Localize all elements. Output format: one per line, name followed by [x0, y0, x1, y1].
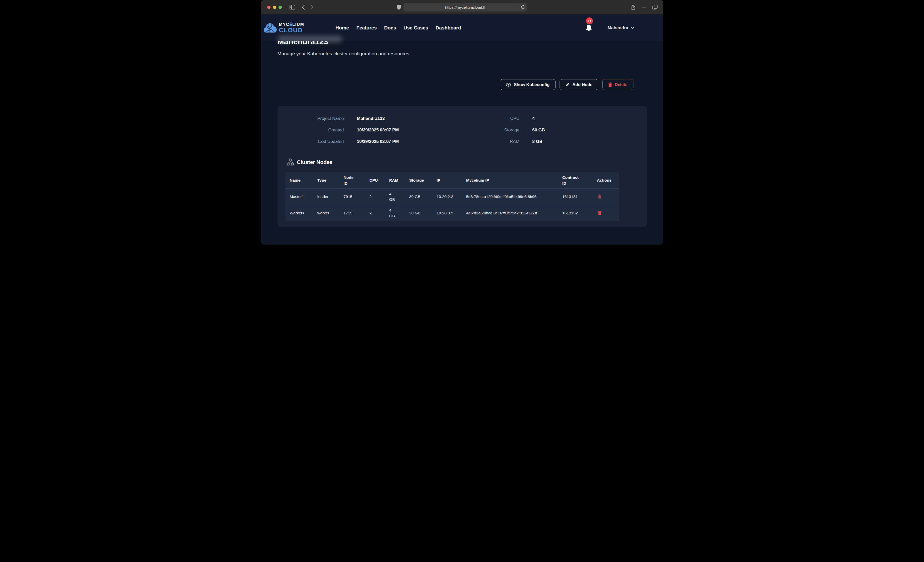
column-header: Type — [318, 176, 344, 185]
browser-toolbar: https://myceliumcloud.tf — [261, 0, 663, 15]
new-tab-icon[interactable] — [642, 5, 646, 9]
cell-node_id: 1715 — [344, 209, 369, 217]
detail-row: Project NameMahendra123 — [285, 113, 462, 124]
detail-value: 8 GB — [532, 139, 639, 144]
column-header: Actions — [597, 176, 619, 185]
detail-label: Created — [285, 127, 344, 133]
column-header: Storage — [409, 176, 437, 185]
details-right-column: CPU4Storage60 GBRAM8 GB — [462, 113, 639, 147]
cell-cpu: 2 — [369, 209, 389, 217]
cluster-nodes-icon — [287, 158, 294, 166]
user-menu[interactable]: Mahendra — [608, 25, 634, 30]
browser-window: https://myceliumcloud.tf — [261, 0, 663, 245]
url-text: https://myceliumcloud.tf — [445, 5, 486, 9]
pencil-icon — [566, 82, 570, 87]
cell-ram: 4 GB — [389, 205, 409, 221]
cell-cpu: 2 — [369, 192, 389, 201]
detail-label: Storage — [462, 127, 520, 133]
cell-mycelium_ip: 446:d2a6:8bcd:8c16:ff0f:72e2:3114:863f — [466, 208, 562, 218]
cluster-nodes-heading: Cluster Nodes — [297, 159, 333, 165]
column-header: Contract ID — [562, 172, 597, 188]
detail-value: 10/29/2025 03:07 PM — [357, 127, 462, 133]
cell-contract_id: 1613132 — [562, 209, 597, 217]
show-kubeconfig-button[interactable]: Show Kubeconfig — [500, 79, 555, 90]
mycelium-cloud-logo-icon — [264, 22, 277, 34]
column-header: Node ID — [344, 172, 369, 188]
close-window-button[interactable] — [267, 6, 270, 9]
brand-name-top: MYCLIUM — [279, 22, 304, 27]
nav-link-use-cases[interactable]: Use Cases — [404, 25, 428, 31]
detail-label: Project Name — [285, 116, 344, 121]
cell-type: leader — [318, 192, 344, 201]
chevron-down-icon — [631, 27, 634, 29]
back-icon[interactable] — [302, 4, 305, 10]
cell-contract_id: 1613131 — [562, 192, 597, 201]
notifications-button[interactable]: 11 — [585, 24, 592, 32]
nav-link-features[interactable]: Features — [357, 25, 377, 31]
address-bar[interactable]: https://myceliumcloud.tf — [404, 3, 527, 12]
cluster-detail-page: Mahendra123 Manage your Kubernetes clust… — [261, 41, 663, 245]
page-subtitle: Manage your Kubernetes cluster configura… — [278, 51, 647, 57]
tab-overview-icon[interactable] — [652, 5, 657, 10]
notification-badge: 11 — [586, 17, 593, 24]
detail-value: 60 GB — [532, 127, 639, 133]
cluster-details-card: Project NameMahendra123Created10/29/2025… — [278, 106, 647, 227]
user-name: Mahendra — [608, 25, 628, 30]
column-header: Name — [290, 176, 318, 185]
column-header: RAM — [389, 176, 409, 185]
cell-name: Worker1 — [290, 209, 318, 217]
details-left-column: Project NameMahendra123Created10/29/2025… — [285, 113, 462, 147]
scroll-blur-artifact — [278, 36, 342, 42]
cell-ip: 10.20.2.2 — [437, 192, 466, 201]
minimize-window-button[interactable] — [273, 6, 276, 9]
forward-icon[interactable] — [310, 4, 314, 10]
detail-label: CPU — [462, 116, 520, 121]
window-controls — [267, 6, 282, 9]
reload-icon[interactable] — [521, 5, 525, 9]
detail-value: 10/29/2025 03:07 PM — [357, 139, 462, 144]
zoom-window-button[interactable] — [279, 6, 282, 9]
nav-links: HomeFeaturesDocsUse CasesDashboard — [336, 25, 461, 31]
delete-cluster-button[interactable]: Delete — [602, 79, 633, 90]
column-header: IP — [437, 176, 466, 185]
cell-ram: 4 GB — [389, 189, 409, 205]
privacy-shield-icon[interactable] — [397, 4, 401, 10]
cluster-actions-toolbar: Show Kubeconfig Add Node Delete — [278, 79, 633, 90]
delete-node-button[interactable] — [597, 194, 602, 199]
cell-node_id: 7915 — [344, 192, 369, 201]
cell-ip: 10.20.3.2 — [437, 209, 466, 217]
bell-icon — [585, 24, 592, 32]
detail-row: Storage60 GB — [462, 124, 639, 136]
detail-value: 4 — [532, 116, 639, 121]
table-row: Worker1worker171524 GB30 GB10.20.3.2446:… — [285, 205, 619, 221]
detail-row: Last Updated10/29/2025 03:07 PM — [285, 136, 462, 147]
brand-logo[interactable]: MYCLIUM CLOUD — [264, 22, 304, 34]
nav-link-docs[interactable]: Docs — [384, 25, 396, 31]
trash-icon — [608, 82, 612, 87]
table-header-row: NameTypeNode IDCPURAMStorageIPMycelium I… — [285, 172, 619, 188]
cell-actions — [597, 192, 619, 202]
cell-storage: 30 GB — [409, 192, 437, 201]
column-header: Mycelium IP — [466, 176, 562, 185]
nav-link-home[interactable]: Home — [336, 25, 349, 31]
table-row: Master1leader791524 GB30 GB10.20.2.25d8:… — [285, 188, 619, 205]
eye-icon — [506, 83, 511, 87]
add-node-button[interactable]: Add Node — [560, 79, 598, 90]
detail-label: RAM — [462, 139, 520, 144]
sidebar-toggle-icon[interactable] — [290, 5, 295, 9]
share-icon[interactable] — [631, 4, 636, 10]
brand-name-bottom: CLOUD — [279, 27, 304, 33]
trash-icon — [598, 194, 602, 199]
cell-name: Master1 — [290, 192, 318, 201]
column-header: CPU — [369, 176, 389, 185]
delete-node-button[interactable] — [597, 210, 602, 215]
cell-actions — [597, 208, 619, 218]
trash-icon — [598, 211, 602, 215]
nav-link-dashboard[interactable]: Dashboard — [436, 25, 461, 31]
stylized-e-icon — [290, 22, 292, 26]
cell-storage: 30 GB — [409, 209, 437, 217]
cluster-nodes-table: NameTypeNode IDCPURAMStorageIPMycelium I… — [285, 172, 619, 221]
detail-value: Mahendra123 — [357, 116, 462, 121]
detail-row: RAM8 GB — [462, 136, 639, 147]
cell-type: worker — [318, 209, 344, 217]
